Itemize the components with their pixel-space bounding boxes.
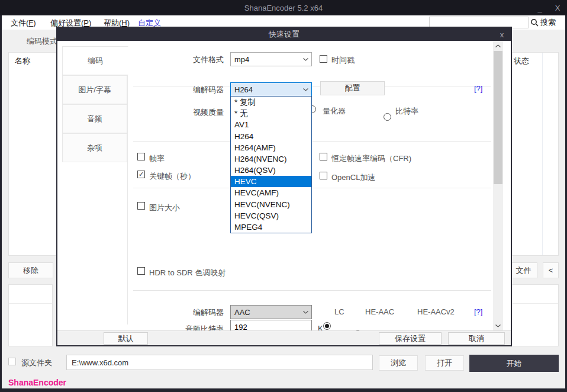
codec-option[interactable]: H264 <box>231 131 311 142</box>
search-icon <box>530 18 539 27</box>
section-divider <box>133 188 491 188</box>
chevron-down-icon <box>303 311 308 314</box>
video-codec-dropdown-list: * 复制 * 无 AV1 H264 H264(AMF) H264(NVENC) … <box>230 96 312 233</box>
quantizer-label: 量化器 <box>323 106 346 117</box>
lc-radio[interactable] <box>323 322 331 330</box>
panel-divider <box>510 303 558 304</box>
dialog-title: 快速设置 <box>269 29 299 40</box>
dialog-body: 编码 图片/字幕 音频 杂项 文件格式 mp4 时间戳 编解码器 H264 配置… <box>57 41 511 330</box>
statusbar-brand: ShanaEncoder <box>8 378 66 387</box>
codec-option[interactable]: HEVC(NVENC) <box>231 199 311 210</box>
chevron-down-icon <box>303 88 308 91</box>
codec-option[interactable]: H264(QSV) <box>231 165 311 176</box>
audio-codec-value: AAC <box>234 308 250 317</box>
scroll-thumb[interactable] <box>494 51 502 184</box>
column-divider <box>542 53 543 255</box>
start-button[interactable]: 开始 <box>469 355 559 372</box>
file-format-label: 文件格式 <box>146 54 224 65</box>
sidebar-item-misc[interactable]: 杂项 <box>62 133 127 162</box>
codec-option[interactable]: MPEG4 <box>231 221 311 233</box>
save-settings-button[interactable]: 保存设置 <box>379 332 442 345</box>
sidebar-item-image-subtitle[interactable]: 图片/字幕 <box>62 75 127 104</box>
audio-bitrate-input[interactable] <box>230 320 312 330</box>
source-path-input[interactable] <box>66 355 373 370</box>
add-file-button[interactable]: 文件 <box>510 262 537 278</box>
opencl-checkbox[interactable] <box>320 172 327 179</box>
right-lower-panel <box>510 284 559 346</box>
keyframe-checkbox[interactable] <box>137 171 145 178</box>
video-quality-label: 视频质量 <box>146 107 224 118</box>
default-button[interactable]: 默认 <box>104 332 148 345</box>
audio-bitrate-unit: K <box>318 324 323 330</box>
opencl-label: OpenCL加速 <box>331 172 375 183</box>
panel-divider <box>9 303 52 304</box>
codec-option[interactable]: AV1 <box>231 119 311 130</box>
cfr-label: 恒定帧速率编码（CFR) <box>331 153 411 164</box>
codec-option[interactable]: H264(NVENC) <box>231 153 311 165</box>
audio-codec-help-link[interactable]: [?] <box>474 307 482 316</box>
timestamp-checkbox[interactable] <box>320 55 327 63</box>
video-codec-label: 编解码器 <box>146 85 224 95</box>
dialog-scrollbar[interactable] <box>493 41 503 330</box>
close-button[interactable]: X <box>550 0 565 15</box>
audio-codec-label: 编解码器 <box>146 307 224 318</box>
sidebar-item-audio[interactable]: 音频 <box>62 104 127 133</box>
browse-button[interactable]: 浏览 <box>379 355 418 371</box>
framerate-checkbox[interactable] <box>137 153 145 160</box>
column-header-name[interactable]: 名称 <box>15 56 30 66</box>
bitrate-label: 比特率 <box>395 106 418 117</box>
config-button[interactable]: 配置 <box>320 81 385 95</box>
keyframe-label: 关键帧（秒） <box>149 171 195 182</box>
collapse-button[interactable]: < <box>543 262 559 278</box>
bitrate-radio[interactable] <box>384 113 391 121</box>
source-folder-checkbox[interactable] <box>8 358 16 365</box>
file-format-select[interactable]: mp4 <box>230 52 312 66</box>
timestamp-label: 时间戳 <box>331 55 355 66</box>
left-lower-panel <box>8 284 53 346</box>
search-button[interactable]: 搜索 <box>530 17 556 28</box>
tab-encode-mode[interactable]: 编码模式 <box>27 36 57 47</box>
menu-file[interactable]: 文件(F) <box>11 18 36 28</box>
file-format-value: mp4 <box>234 55 249 64</box>
titlebar: ShanaEncoder 5.2 x64 <box>0 0 567 15</box>
minimize-button[interactable]: _ <box>532 0 547 15</box>
codec-option[interactable]: HEVC(AMF) <box>231 187 311 198</box>
app-window: ShanaEncoder 5.2 x64 _ X 文件(F) 偏好设置(P) 帮… <box>0 0 567 392</box>
codec-option[interactable]: H264(AMF) <box>231 142 311 153</box>
codec-option[interactable]: HEVC(QSV) <box>231 210 311 221</box>
window-border-bottom <box>0 388 567 392</box>
picture-size-checkbox[interactable] <box>137 202 145 210</box>
hdr-checkbox[interactable] <box>137 267 145 275</box>
remove-button[interactable]: 移除 <box>8 262 53 278</box>
audio-codec-select[interactable]: AAC <box>230 305 312 319</box>
video-codec-help-link[interactable]: [?] <box>474 84 482 93</box>
dialog-close-button[interactable]: x <box>497 29 507 40</box>
quick-settings-dialog: 快速设置 x 编码 图片/字幕 音频 杂项 文件格式 mp4 时间戳 编解码器 … <box>56 27 512 346</box>
sidebar-item-encode[interactable]: 编码 <box>62 46 128 75</box>
video-codec-select[interactable]: H264 <box>230 82 312 97</box>
picture-size-label: 图片大小 <box>149 203 180 213</box>
cfr-checkbox[interactable] <box>320 153 327 160</box>
window-border-left <box>0 15 2 392</box>
cancel-button[interactable]: 取消 <box>448 332 505 345</box>
open-button[interactable]: 打开 <box>425 355 464 371</box>
codec-option[interactable]: * 复制 <box>231 97 311 108</box>
video-codec-value: H264 <box>234 85 253 94</box>
scroll-up-arrow[interactable] <box>493 41 503 50</box>
dialog-footer: 默认 保存设置 取消 <box>57 330 511 345</box>
scroll-down-arrow[interactable] <box>493 321 503 330</box>
section-divider <box>133 141 491 142</box>
framerate-label: 帧率 <box>149 153 165 164</box>
lc-label: LC <box>334 307 344 316</box>
sidebar-divider <box>127 46 128 324</box>
search-button-label: 搜索 <box>540 17 556 28</box>
codec-option[interactable]: * 无 <box>231 108 311 119</box>
chevron-down-icon <box>303 58 308 61</box>
dialog-titlebar: 快速设置 <box>57 28 511 41</box>
he-aacv2-label: HE-AACv2 <box>417 307 455 316</box>
window-title: ShanaEncoder 5.2 x64 <box>244 4 323 12</box>
source-folder-label: 源文件夹 <box>21 358 52 368</box>
codec-option-selected[interactable]: HEVC <box>231 176 311 187</box>
column-header-status[interactable]: 状态 <box>514 56 529 66</box>
he-aac-label: HE-AAC <box>365 307 394 316</box>
